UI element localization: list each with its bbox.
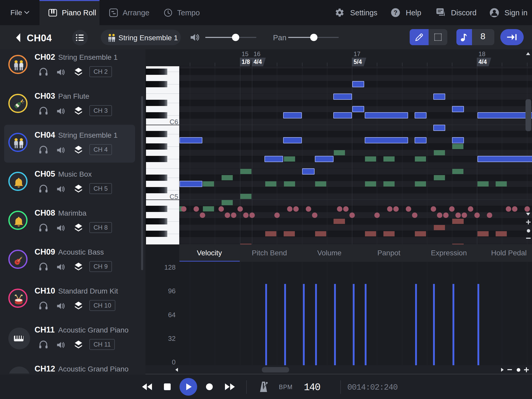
svg-text:?: ? (394, 9, 397, 16)
